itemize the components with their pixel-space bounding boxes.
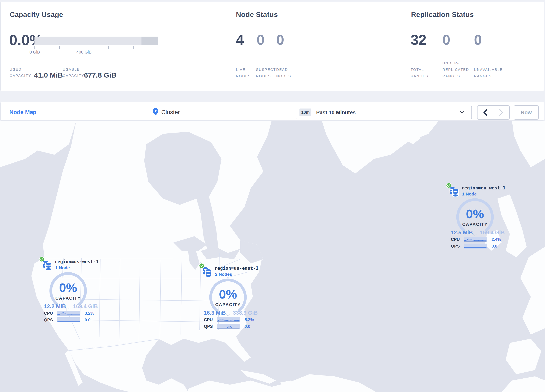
region-cpu-row: CPU 5.2% (201, 317, 261, 322)
region-capacity-percent: 0% (454, 207, 496, 221)
database-stack-icon (43, 260, 52, 271)
chevron-down-icon (460, 111, 464, 114)
used-capacity-label: USED CAPACITY (10, 67, 31, 79)
cpu-label: CPU (448, 237, 460, 242)
cpu-label: CPU (201, 317, 213, 322)
qps-value: 0.0 (85, 317, 91, 322)
suspect-nodes-count: 0 (257, 31, 265, 48)
qps-label: QPS (448, 244, 460, 249)
region-node-count[interactable]: 1 Node (55, 265, 70, 270)
cpu-sparkline (57, 311, 80, 316)
cpu-value: 2.4% (491, 237, 501, 242)
database-stack-icon (449, 186, 459, 197)
usable-capacity-value: 677.8 GiB (84, 71, 116, 79)
label-line: SUSPECT (256, 68, 276, 72)
label-line: RANGES (411, 74, 428, 78)
label-line: NODES (256, 74, 271, 78)
unavailable-ranges-count: 0 (474, 31, 482, 48)
region-capacity-values: 12.2 MiB 169.4 GiB (41, 303, 99, 310)
cpu-value: 5.2% (244, 317, 254, 322)
usable-capacity-label: USABLE CAPACITY (63, 67, 84, 79)
cpu-sparkline (217, 317, 240, 322)
region-total-capacity: 169.4 GiB (480, 229, 505, 236)
total-ranges-label: TOTAL RANGES (411, 67, 428, 80)
region-used-capacity: 12.2 MiB (44, 303, 66, 310)
label-line: REPLICATED (442, 68, 469, 72)
time-step-back-button[interactable] (477, 106, 493, 119)
under-replicated-ranges-label: UNDER- REPLICATED RANGES (442, 60, 469, 80)
region-node-count[interactable]: 2 Nodes (215, 272, 232, 277)
label-line: UNDER- (442, 61, 459, 65)
region-capacity-word: CAPACITY (207, 302, 249, 307)
unavailable-ranges-label: UNAVAILABLE RANGES (474, 67, 503, 80)
cpu-value: 3.2% (85, 311, 94, 316)
region-used-capacity: 12.5 MiB (451, 229, 473, 236)
capacity-axis-tick (84, 46, 84, 49)
region-cpu-row: CPU 2.4% (448, 237, 508, 242)
region-capacity-values: 16.3 MiB 338.9 GiB (201, 310, 259, 316)
capacity-bar (34, 37, 158, 45)
label-line: UNAVAILABLE (474, 68, 503, 72)
now-button[interactable]: Now (514, 105, 539, 120)
region-used-capacity: 16.3 MiB (204, 310, 226, 316)
qps-value: 0.0 (244, 324, 250, 329)
region-label: region=us-west-1 (55, 259, 99, 264)
label-line: TOTAL (411, 68, 424, 72)
region-total-capacity: 169.4 GiB (73, 303, 98, 310)
region-capacity-percent: 0% (207, 287, 249, 301)
cpu-sparkline (464, 237, 487, 242)
total-ranges-count: 32 (411, 31, 427, 48)
capacity-axis-label-400: 400 GiB (76, 50, 92, 55)
map-pin-icon (153, 108, 158, 116)
region-capacity-percent: 0% (47, 280, 89, 295)
time-step-forward-button[interactable] (493, 106, 509, 119)
time-range-badge: 10m (299, 108, 311, 116)
used-capacity-label-line1: USED (10, 68, 22, 71)
region-cpu-row: CPU 3.2% (41, 311, 102, 316)
region-label: region=us-east-1 (215, 266, 259, 271)
capacity-axis-label-0: 0 GiB (30, 50, 40, 55)
qps-sparkline (217, 324, 240, 329)
capacity-axis-tick (108, 46, 109, 49)
region-node-count[interactable]: 1 Node (462, 192, 477, 197)
region-capacity-word: CAPACITY (454, 222, 496, 227)
chevron-right-icon (499, 109, 503, 116)
node-status-title: Node Status (236, 10, 278, 19)
qps-sparkline (464, 243, 487, 249)
label-line: NODES (276, 74, 291, 78)
qps-label: QPS (201, 324, 213, 329)
capacity-axis-tick (34, 46, 35, 49)
live-nodes-label: LIVE NODES (236, 67, 251, 80)
world-map[interactable] (0, 121, 545, 392)
capacity-axis-tick (59, 46, 60, 49)
cpu-label: CPU (41, 311, 53, 316)
dead-nodes-count: 0 (276, 31, 284, 48)
capacity-axis-tick (158, 46, 158, 49)
landmasses (0, 121, 545, 392)
used-capacity-label-line2: CAPACITY (10, 74, 31, 78)
region-capacity-word: CAPACITY (47, 296, 89, 301)
capacity-axis-tick (133, 46, 134, 49)
label-line: DEAD (276, 68, 288, 72)
region-qps-row: QPS 0.0 (201, 324, 261, 329)
region-capacity-values: 12.5 MiB 169.4 GiB (448, 229, 506, 236)
usable-capacity-label-line1: USABLE (63, 68, 80, 71)
time-range-label: Past 10 Minutes (316, 110, 356, 116)
usable-capacity-label-line2: CAPACITY (63, 74, 84, 78)
qps-value: 0.0 (491, 244, 497, 249)
capacity-usage-title: Capacity Usage (10, 10, 63, 19)
used-capacity-value: 41.0 MiB (34, 71, 63, 79)
under-replicated-ranges-count: 0 (442, 31, 450, 48)
region-qps-row: QPS 0.0 (41, 317, 102, 322)
region-total-capacity: 338.9 GiB (233, 310, 258, 316)
label-line: RANGES (442, 74, 460, 78)
label-line: NODES (236, 74, 251, 78)
replication-status-title: Replication Status (411, 10, 474, 19)
suspect-nodes-label: SUSPECT NODES (256, 67, 276, 80)
time-step-buttons (477, 105, 510, 120)
live-nodes-count: 4 (236, 31, 244, 48)
region-label: region=eu-west-1 (462, 186, 506, 190)
label-line: RANGES (474, 74, 492, 78)
breadcrumb-cluster[interactable]: Cluster (161, 109, 180, 116)
world-map-svg (0, 121, 545, 392)
